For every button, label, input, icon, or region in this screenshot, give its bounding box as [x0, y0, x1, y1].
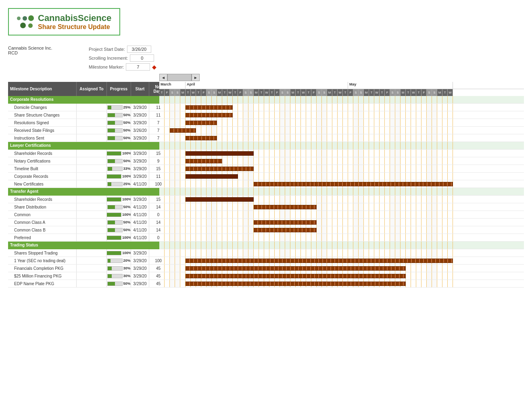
category-row: Lawyer Certifications	[8, 142, 159, 150]
task-desc: Corporate Records	[8, 173, 77, 180]
gantt-category-row	[159, 96, 524, 104]
gantt-month-label: May	[348, 82, 453, 89]
gantt-bar	[186, 105, 233, 110]
task-start: 3/29/20	[131, 104, 149, 111]
logo-text: CannabisScience Share Structure Update	[38, 13, 111, 31]
company-ticker: RCD	[8, 50, 89, 55]
task-assigned	[77, 234, 107, 241]
task-start: 3/29/20	[131, 134, 149, 142]
table-header: Milestone Description Assigned To Progre…	[8, 82, 159, 96]
scroll-track[interactable]	[167, 74, 192, 81]
gantt-row	[159, 157, 524, 165]
gantt-bar	[186, 113, 233, 117]
gantt-day-header: TFSSMTWTFSSMTWTFSSMTWTFSSMTWTFSSMTWTFSSM…	[159, 89, 524, 96]
gantt-day-cell: T	[186, 89, 191, 96]
gantt-bar	[186, 274, 406, 278]
task-row: EDP Name Plate PKG50%3/29/2045	[8, 280, 159, 288]
gantt-row	[159, 165, 524, 173]
start-label: Project Start Date:	[89, 47, 125, 52]
company-info: Cannabis Science Inc. RCD	[8, 46, 89, 71]
task-start: 3/29/20	[131, 265, 149, 272]
task-row: Instructions Sent50%3/29/207	[8, 134, 159, 142]
gantt-month-label: April	[186, 82, 348, 89]
gantt-bar	[254, 205, 317, 209]
gantt-day-cell: F	[275, 89, 280, 96]
task-row: 1 Year (SEC no trading deal)20%3/29/2010…	[8, 257, 159, 265]
company-name: Cannabis Science Inc.	[8, 46, 89, 50]
gantt-day-cell: M	[364, 89, 369, 96]
gantt-day-cell: T	[406, 89, 411, 96]
task-desc: Resolutions Signed	[8, 119, 77, 126]
task-row: New Certificates25%4/11/20100	[8, 180, 159, 188]
gantt-day-cell: M	[290, 89, 296, 96]
task-start: 4/11/20	[131, 203, 149, 211]
gantt-month-header: MarchAprilMay	[159, 82, 524, 89]
gantt-row	[159, 173, 524, 180]
gantt-bar	[254, 220, 317, 225]
gantt-bar	[186, 266, 406, 271]
diamond-icon: ◆	[152, 64, 156, 70]
gantt-bar	[254, 182, 453, 186]
task-assigned	[77, 119, 107, 126]
gantt-row	[159, 272, 524, 280]
gantt-bar	[170, 128, 196, 133]
scroll-left-btn[interactable]: ◄	[159, 74, 167, 81]
gantt-row	[159, 111, 524, 119]
task-desc: Financials Completion PKG	[8, 265, 77, 272]
gantt-day-cell: S	[390, 89, 395, 96]
task-assigned	[77, 280, 107, 287]
gantt-day-cell: T	[306, 89, 311, 96]
header-progress: Progress	[107, 82, 131, 96]
gantt-day-cell: M	[401, 89, 406, 96]
task-start: 3/29/20	[131, 157, 149, 165]
task-assigned	[77, 104, 107, 111]
category-row: Trading Status	[8, 242, 159, 249]
gantt-day-cell: S	[285, 89, 290, 96]
task-assigned	[77, 165, 107, 172]
category-row: Transfer Agent	[8, 188, 159, 196]
task-desc: Shareholder Records	[8, 150, 77, 157]
gantt-day-cell: W	[338, 89, 343, 96]
left-table: Milestone Description Assigned To Progre…	[8, 82, 159, 288]
gantt-day-cell: W	[227, 89, 233, 96]
logo-subtitle: Share Structure Update	[38, 23, 111, 31]
task-row: Common100%4/11/200	[8, 211, 159, 219]
gantt-day-cell: S	[170, 89, 175, 96]
gantt-bar	[186, 174, 238, 179]
task-start: 3/29/20	[131, 249, 149, 257]
task-desc: Share Distribution	[8, 203, 77, 211]
page-wrapper: CannabisScience Share Structure Update C…	[0, 0, 532, 296]
gantt-category-row	[159, 188, 524, 196]
task-desc: EDP Name Plate PKG	[8, 280, 77, 287]
task-start: 3/29/20	[131, 165, 149, 172]
task-desc: Shares Stopped Trading	[8, 249, 77, 257]
header-assigned: Assigned To	[77, 82, 107, 96]
task-row: Shares Stopped Trading100%3/29/20	[8, 249, 159, 257]
gantt-day-cell: S	[432, 89, 437, 96]
gantt-day-cell: T	[269, 89, 275, 96]
gantt-day-cell: M	[180, 89, 186, 96]
gantt-day-cell: S	[427, 89, 432, 96]
gantt-day-cell: M	[217, 89, 222, 96]
gantt-day-cell: W	[264, 89, 269, 96]
gantt-bar	[186, 167, 254, 171]
task-desc: Domicile Changes	[8, 104, 77, 111]
task-desc: $25 Million Financing PKG	[8, 272, 77, 280]
gantt-day-cell: M	[254, 89, 259, 96]
gantt-day-cell: W	[301, 89, 306, 96]
task-start: 3/29/20	[131, 150, 149, 157]
scroll-control[interactable]: ◄ ►	[159, 74, 524, 81]
task-start: 4/11/20	[131, 211, 149, 218]
logo-icon	[17, 15, 34, 28]
task-assigned	[77, 180, 107, 188]
project-start-row: Project Start Date: 3/26/20	[89, 46, 156, 53]
task-start: 4/11/20	[131, 219, 149, 226]
task-row: Shareholder Records100%3/29/2015	[8, 196, 159, 203]
gantt-day-cell: S	[212, 89, 217, 96]
task-assigned	[77, 265, 107, 272]
gantt-bar	[186, 282, 406, 286]
company-name-logo: CannabisScience	[38, 13, 111, 23]
gantt-day-cell: M	[327, 89, 332, 96]
gantt-row	[159, 249, 524, 257]
scroll-right-btn[interactable]: ►	[192, 74, 200, 81]
